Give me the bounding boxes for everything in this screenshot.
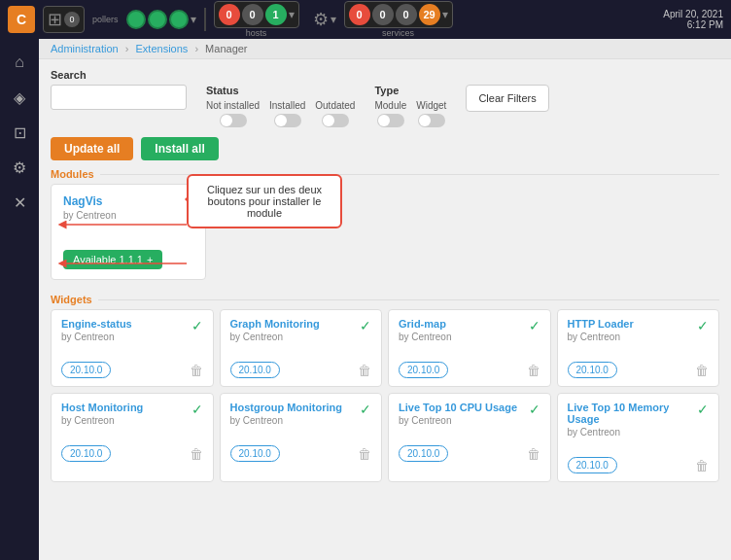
sidebar-item-monitoring[interactable]: ⊡ bbox=[4, 117, 35, 148]
widget-engine-status-footer: 20.10.0 🗑 bbox=[61, 362, 203, 378]
services-icon: ⚙ ▾ bbox=[313, 9, 336, 30]
svc-critical: 0 bbox=[349, 4, 370, 25]
logo[interactable]: C bbox=[8, 6, 35, 33]
widget-live-memory-check: ✓ bbox=[697, 402, 709, 417]
status-icons: ▾ bbox=[126, 10, 196, 29]
toggle-module[interactable] bbox=[377, 114, 404, 127]
pollers-label: pollers bbox=[92, 15, 119, 24]
breadcrumb-admin[interactable]: Administration bbox=[51, 43, 119, 54]
widget-http-loader-name: HTTP Loader bbox=[568, 318, 634, 330]
widget-http-loader-delete[interactable]: 🗑 bbox=[695, 363, 709, 378]
widget-live-memory-by: by Centreon bbox=[568, 427, 698, 438]
widget-graph-monitoring-footer: 20.10.0 🗑 bbox=[230, 362, 372, 378]
widget-hostgroup-monitoring-footer: 20.10.0 🗑 bbox=[230, 445, 372, 462]
hosts-label: hosts bbox=[246, 28, 267, 38]
sidebar-item-home[interactable]: ⌂ bbox=[4, 47, 35, 78]
widget-host-monitoring-delete[interactable]: 🗑 bbox=[190, 446, 203, 462]
hosts-section: 0 0 1 ▾ hosts bbox=[214, 1, 299, 38]
services-section: ⚙ ▾ bbox=[313, 9, 336, 30]
widget-engine-status-delete[interactable]: 🗑 bbox=[190, 363, 203, 378]
widget-grid-map-info: Grid-map by Centreon bbox=[399, 318, 451, 342]
filter-outdated: Outdated bbox=[315, 100, 355, 127]
hosts-counters[interactable]: 0 0 1 ▾ bbox=[214, 1, 299, 28]
sidebar-item-dashboard[interactable]: ◈ bbox=[4, 82, 35, 113]
datetime: April 20, 2021 6:12 PM bbox=[663, 9, 723, 30]
widget-graph-monitoring-check: ✓ bbox=[360, 318, 371, 333]
widgets-grid: Engine-status by Centreon ✓ 20.10.0 🗑 bbox=[51, 309, 719, 482]
pollers-group[interactable]: ⊞ 0 bbox=[43, 6, 85, 33]
status-filter-options: Not installed Installed Outdated bbox=[206, 100, 355, 127]
widget-host-monitoring-footer: 20.10.0 🗑 bbox=[61, 445, 203, 462]
widget-host-monitoring-info: Host Monitoring by Centreon bbox=[61, 402, 143, 426]
widget-http-loader-version: 20.10.0 bbox=[568, 362, 617, 378]
widget-live-cpu-info: Live Top 10 CPU Usage by Centreon bbox=[399, 402, 517, 426]
widget-grid-map-by: by Centreon bbox=[399, 332, 451, 342]
hosts-up: 1 bbox=[265, 4, 287, 25]
update-all-button[interactable]: Update all bbox=[51, 137, 133, 160]
widget-grid-map-version: 20.10.0 bbox=[399, 362, 448, 378]
widget-graph-monitoring-version: 20.10.0 bbox=[230, 362, 280, 378]
sidebar-item-admin[interactable]: ✕ bbox=[4, 187, 35, 218]
widget-graph-monitoring-info: Graph Monitoring by Centreon bbox=[230, 318, 320, 342]
search-row: Status Not installed Installed bbox=[51, 85, 719, 127]
widget-live-memory-info: Live Top 10 Memory Usage by Centreon bbox=[568, 402, 698, 438]
services-counters[interactable]: 0 0 0 29 ▾ bbox=[344, 1, 453, 28]
type-filter-title: Type bbox=[374, 85, 446, 96]
search-section: Search Status Not installed Installed bbox=[51, 69, 719, 127]
toggle-outdated[interactable] bbox=[322, 114, 349, 127]
breadcrumb-sep2: › bbox=[194, 43, 198, 54]
tooltip-bubble: Cliquez sur un des deux boutons pour ins… bbox=[187, 174, 342, 228]
widget-engine-status-check: ✓ bbox=[191, 318, 203, 333]
breadcrumb-extensions[interactable]: Extensions bbox=[136, 43, 189, 54]
hosts-unreachable: 0 bbox=[242, 4, 263, 25]
status-filter-title: Status bbox=[206, 85, 355, 96]
install-all-button[interactable]: Install all bbox=[141, 137, 218, 160]
toggle-widget[interactable] bbox=[418, 114, 445, 127]
widget-live-cpu-delete[interactable]: 🗑 bbox=[527, 446, 540, 462]
widget-live-cpu-check: ✓ bbox=[529, 402, 540, 417]
breadcrumb-current: Manager bbox=[205, 43, 247, 54]
widget-engine-status-name: Engine-status bbox=[61, 318, 132, 330]
widget-host-monitoring-by: by Centreon bbox=[61, 415, 143, 426]
widget-live-memory-delete[interactable]: 🗑 bbox=[695, 458, 709, 473]
tooltip-text: Cliquez sur un des deux boutons pour ins… bbox=[207, 184, 322, 219]
sidebar-item-settings[interactable]: ⚙ bbox=[4, 152, 35, 183]
widget-host-monitoring-name: Host Monitoring bbox=[61, 402, 143, 413]
widget-hostgroup-monitoring-info: Hostgroup Monitoring by Centreon bbox=[230, 402, 342, 426]
content-area: Search Status Not installed Installed bbox=[39, 59, 731, 492]
widget-hostgroup-monitoring-version: 20.10.0 bbox=[230, 445, 280, 462]
filter-installed: Installed bbox=[269, 100, 305, 127]
widget-graph-monitoring-delete[interactable]: 🗑 bbox=[358, 363, 371, 378]
type-filter-options: Module Widget bbox=[374, 100, 446, 127]
widget-graph-monitoring: Graph Monitoring by Centreon ✓ 20.10.0 🗑 bbox=[220, 309, 383, 387]
type-filter: Type Module Widget bbox=[374, 85, 446, 127]
toggle-installed[interactable] bbox=[274, 114, 301, 127]
svc-unknown: 0 bbox=[396, 4, 417, 25]
widget-http-loader-by: by Centreon bbox=[568, 332, 634, 342]
toggle-not-installed[interactable] bbox=[220, 114, 247, 127]
hosts-down: 0 bbox=[219, 4, 240, 25]
widget-graph-monitoring-by: by Centreon bbox=[230, 332, 320, 342]
widget-engine-status-version: 20.10.0 bbox=[61, 362, 111, 378]
tooltip-arrows bbox=[43, 215, 189, 293]
widget-hostgroup-monitoring-by: by Centreon bbox=[230, 415, 342, 426]
widget-grid-map-delete[interactable]: 🗑 bbox=[527, 363, 540, 378]
widget-http-loader-footer: 20.10.0 🗑 bbox=[568, 362, 710, 378]
widget-host-monitoring: Host Monitoring by Centreon ✓ 20.10.0 🗑 bbox=[51, 393, 214, 482]
filter-module: Module bbox=[374, 100, 406, 127]
widget-host-monitoring-header: Host Monitoring by Centreon ✓ bbox=[61, 402, 203, 426]
widget-http-loader: HTTP Loader by Centreon ✓ 20.10.0 🗑 bbox=[557, 309, 720, 387]
nagvis-name: NagVis bbox=[63, 194, 193, 208]
widget-hostgroup-monitoring-delete[interactable]: 🗑 bbox=[358, 446, 371, 462]
clear-filters-button[interactable]: Clear Filters bbox=[466, 85, 548, 112]
widget-live-cpu-footer: 20.10.0 🗑 bbox=[399, 445, 540, 462]
status-filter: Status Not installed Installed bbox=[206, 85, 355, 127]
widget-live-cpu-version: 20.10.0 bbox=[399, 445, 448, 462]
widget-live-memory-footer: 20.10.0 🗑 bbox=[568, 457, 710, 473]
widget-hostgroup-monitoring-check: ✓ bbox=[360, 402, 371, 417]
action-row: Update all Install all bbox=[51, 137, 719, 160]
widget-live-cpu: Live Top 10 CPU Usage by Centreon ✓ 20.1… bbox=[388, 393, 551, 482]
modules-section-label: Modules bbox=[51, 168, 719, 180]
search-input[interactable] bbox=[51, 85, 187, 110]
widget-graph-monitoring-name: Graph Monitoring bbox=[230, 318, 320, 330]
